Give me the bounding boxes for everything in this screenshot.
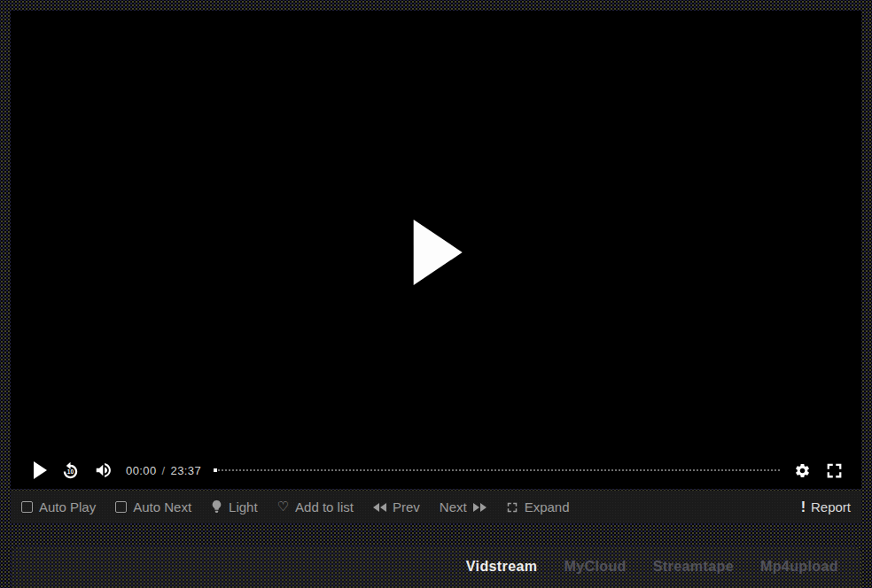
report-label: Report: [811, 499, 851, 514]
player-control-bar: 10 00:00 / 23:37: [11, 452, 861, 489]
report-icon: !: [801, 499, 806, 515]
duration: 23:37: [171, 464, 202, 477]
play-button[interactable]: [28, 461, 47, 479]
seek-bar[interactable]: [214, 468, 780, 473]
time-display: 00:00 / 23:37: [126, 464, 201, 477]
prev-episode-button[interactable]: Prev: [373, 499, 420, 514]
player-options-toolbar: Auto Play Auto Next Light ♡ Add to list …: [11, 491, 861, 523]
rewind-10-button[interactable]: 10: [61, 461, 80, 480]
server-item-mp4upload[interactable]: Mp4upload: [760, 559, 838, 575]
server-item-vidstream[interactable]: Vidstream: [466, 559, 538, 575]
play-icon: [34, 461, 47, 479]
auto-play-label: Auto Play: [39, 499, 96, 514]
expand-label: Expand: [525, 499, 570, 514]
prev-label: Prev: [393, 499, 420, 514]
next-episode-button[interactable]: Next: [440, 499, 487, 514]
server-item-streamtape[interactable]: Streamtape: [653, 559, 734, 575]
auto-play-checkbox[interactable]: [21, 501, 33, 513]
current-time: 00:00: [126, 464, 157, 477]
server-select-panel: Vidstream MyCloud Streamtape Mp4upload: [11, 545, 861, 588]
volume-icon: [94, 460, 113, 480]
seek-track: [214, 469, 780, 471]
add-to-list-label: Add to list: [295, 499, 354, 514]
heart-icon: ♡: [277, 500, 289, 514]
bulb-icon: [211, 500, 222, 514]
report-button[interactable]: ! Report: [801, 499, 851, 515]
gear-icon: [794, 462, 811, 479]
server-item-mycloud[interactable]: MyCloud: [564, 559, 626, 575]
auto-next-label: Auto Next: [133, 499, 191, 514]
auto-next-checkbox[interactable]: [115, 501, 127, 513]
add-to-list-button[interactable]: ♡ Add to list: [277, 499, 354, 514]
seek-playhead[interactable]: [214, 468, 217, 472]
auto-next-toggle[interactable]: Auto Next: [115, 499, 191, 514]
fullscreen-button[interactable]: [825, 461, 844, 480]
light-label: Light: [229, 499, 258, 514]
volume-button[interactable]: [94, 460, 113, 480]
next-label: Next: [440, 499, 467, 514]
big-play-icon[interactable]: [414, 220, 463, 285]
auto-play-toggle[interactable]: Auto Play: [21, 499, 96, 514]
prev-icon: [373, 503, 386, 512]
fullscreen-icon: [825, 461, 844, 480]
rewind-10-icon: 10: [61, 461, 80, 480]
light-toggle[interactable]: Light: [211, 499, 258, 514]
svg-text:10: 10: [67, 468, 74, 475]
expand-button[interactable]: Expand: [506, 499, 570, 514]
time-separator: /: [162, 464, 166, 477]
next-icon: [473, 503, 487, 512]
expand-icon: [506, 501, 518, 514]
settings-button[interactable]: [794, 462, 811, 479]
video-player[interactable]: 10 00:00 / 23:37: [11, 11, 861, 489]
